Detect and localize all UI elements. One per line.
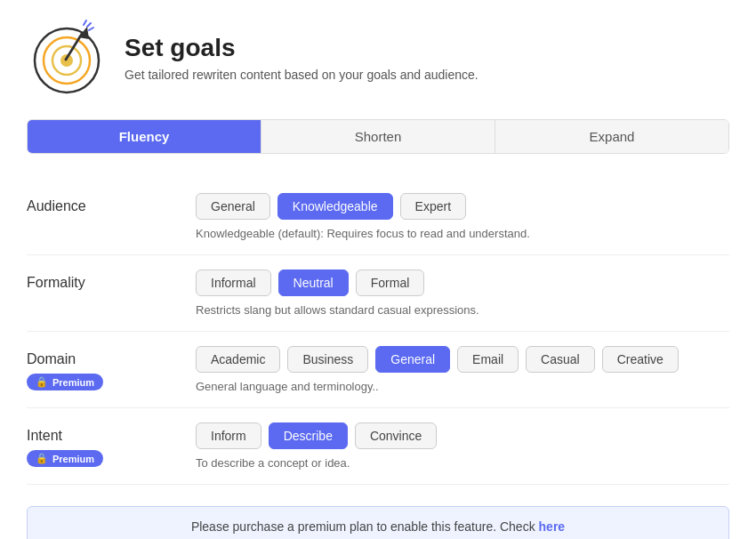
- audience-content: General Knowledgeable Expert Knowledgeab…: [196, 193, 729, 240]
- tab-expand[interactable]: Expand: [495, 120, 728, 153]
- domain-option-academic[interactable]: Academic: [196, 346, 280, 373]
- audience-label: Audience: [27, 193, 196, 214]
- intent-section: Intent 🔒 Premium Inform Describe Convinc…: [27, 408, 729, 485]
- formality-option-formal[interactable]: Formal: [356, 270, 425, 296]
- intent-premium-badge: 🔒 Premium: [27, 450, 103, 467]
- tab-shorten[interactable]: Shorten: [261, 120, 495, 153]
- logo-icon: [27, 18, 107, 98]
- formality-content: Informal Neutral Formal Restricts slang …: [196, 270, 729, 317]
- svg-marker-5: [78, 27, 89, 39]
- premium-notice: Please purchase a premium plan to enable…: [27, 506, 729, 539]
- page-title: Set goals: [125, 34, 479, 62]
- formality-options: Informal Neutral Formal: [196, 270, 729, 296]
- premium-notice-text: Please purchase a premium plan to enable…: [191, 519, 535, 534]
- intent-option-describe[interactable]: Describe: [269, 422, 348, 449]
- premium-notice-link[interactable]: here: [539, 519, 566, 534]
- audience-section: Audience General Knowledgeable Expert Kn…: [27, 179, 729, 255]
- formality-option-informal[interactable]: Informal: [196, 270, 271, 296]
- intent-content: Inform Describe Convince To describe a c…: [196, 422, 729, 470]
- domain-description: General language and terminology..: [196, 380, 729, 393]
- domain-label-area: Domain 🔒 Premium: [27, 346, 196, 390]
- header-text: Set goals Get tailored rewriten content …: [125, 34, 479, 82]
- audience-option-knowledgeable[interactable]: Knowledgeable: [277, 193, 393, 220]
- intent-option-convince[interactable]: Convince: [355, 422, 437, 449]
- audience-option-expert[interactable]: Expert: [400, 193, 466, 220]
- svg-line-8: [84, 20, 86, 25]
- domain-option-creative[interactable]: Creative: [602, 346, 679, 373]
- formality-description: Restricts slang but allows standard casu…: [196, 303, 729, 317]
- intent-label: Intent: [27, 428, 196, 444]
- domain-premium-badge: 🔒 Premium: [27, 374, 103, 390]
- header: Set goals Get tailored rewriten content …: [27, 18, 729, 98]
- svg-line-6: [87, 23, 91, 27]
- audience-description: Knowledgeable (default): Requires focus …: [196, 227, 729, 240]
- domain-option-general[interactable]: General: [375, 346, 450, 373]
- domain-option-business[interactable]: Business: [287, 346, 368, 373]
- intent-option-inform[interactable]: Inform: [196, 422, 261, 449]
- domain-options: Academic Business General Email Casual C…: [196, 346, 729, 373]
- page-subtitle: Get tailored rewriten content based on y…: [125, 68, 479, 82]
- page-container: Set goals Get tailored rewriten content …: [0, 0, 756, 539]
- svg-line-7: [89, 28, 93, 30]
- lock-icon: 🔒: [36, 376, 48, 388]
- formality-label: Formality: [27, 270, 196, 291]
- tab-bar: Fluency Shorten Expand: [27, 119, 729, 154]
- domain-section: Domain 🔒 Premium Academic Business Gener…: [27, 332, 729, 408]
- lock-icon-intent: 🔒: [36, 453, 48, 464]
- domain-label: Domain: [27, 351, 196, 367]
- intent-options: Inform Describe Convince: [196, 422, 729, 449]
- domain-option-casual[interactable]: Casual: [526, 346, 595, 373]
- formality-section: Formality Informal Neutral Formal Restri…: [27, 255, 729, 332]
- audience-options: General Knowledgeable Expert: [196, 193, 729, 220]
- formality-option-neutral[interactable]: Neutral: [278, 270, 349, 296]
- domain-option-email[interactable]: Email: [457, 346, 519, 373]
- intent-description: To describe a concept or idea.: [196, 456, 729, 470]
- tab-fluency[interactable]: Fluency: [28, 120, 261, 153]
- audience-option-general[interactable]: General: [196, 193, 270, 220]
- domain-content: Academic Business General Email Casual C…: [196, 346, 729, 393]
- intent-label-area: Intent 🔒 Premium: [27, 422, 196, 467]
